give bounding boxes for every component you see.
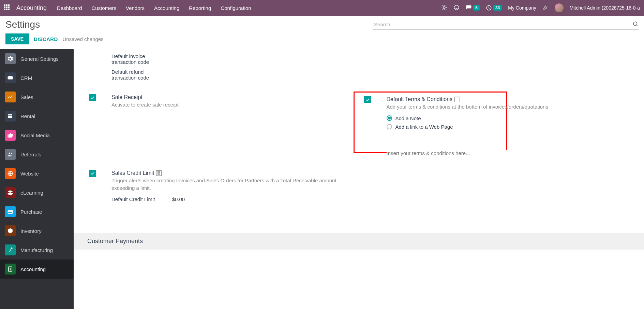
sidebar-item-purchase[interactable]: Purchase — [0, 202, 74, 221]
credit-limit-field-label: Default Credit Limit — [111, 196, 155, 202]
page-title: Settings — [5, 19, 40, 30]
sidebar-item-label: Sales — [20, 94, 33, 100]
user-avatar[interactable] — [555, 3, 564, 12]
tools-icon[interactable] — [542, 4, 549, 12]
radio-label: Add a Note — [395, 115, 421, 121]
refund-code-label: Default refund transaction code — [111, 69, 166, 81]
svg-rect-4 — [8, 114, 12, 118]
activities-button[interactable]: 33 — [486, 5, 502, 11]
terms-title: Default Terms & Conditions — [387, 96, 631, 102]
messages-badge: 5 — [473, 5, 480, 11]
svg-point-1 — [454, 5, 459, 10]
radio-label: Add a link to a Web Page — [395, 124, 453, 130]
menu-dashboard[interactable]: Dashboard — [57, 5, 82, 11]
sidebar-item-label: Inventory — [20, 228, 42, 234]
terms-checkbox[interactable] — [364, 96, 371, 103]
svg-rect-8 — [8, 210, 13, 213]
terms-text-input[interactable] — [387, 150, 631, 156]
bug-icon[interactable] — [441, 4, 447, 12]
discard-button[interactable]: DISCARD — [34, 36, 58, 42]
sidebar-item-inventory[interactable]: Inventory — [0, 221, 74, 240]
sidebar-item-label: Manufacturing — [20, 247, 53, 253]
sidebar-item-manufacturing[interactable]: Manufacturing — [0, 240, 74, 259]
sidebar-item-label: General Settings — [20, 56, 59, 62]
building-icon — [454, 97, 460, 102]
credit-limit-desc: Trigger alerts when creating Invoices an… — [111, 177, 356, 192]
sidebar-item-label: CRM — [20, 75, 32, 81]
app-brand[interactable]: Accounting — [16, 4, 47, 12]
sale-receipt-desc: Activate to create sale receipt — [111, 101, 179, 109]
sidebar-item-elearning[interactable]: eLearning — [0, 183, 74, 202]
settings-sidebar: General Settings CRM Sales Rental Social… — [0, 49, 74, 309]
menu-configuration[interactable]: Configuration — [221, 5, 251, 11]
search-icon[interactable] — [632, 21, 639, 28]
sidebar-item-crm[interactable]: CRM — [0, 68, 74, 87]
unsaved-indicator: Unsaved changes — [63, 36, 104, 42]
main-menu: Dashboard Customers Vendors Accounting R… — [57, 5, 251, 11]
apps-menu-icon[interactable] — [4, 4, 11, 11]
messages-button[interactable]: 5 — [466, 5, 480, 11]
menu-vendors[interactable]: Vendors — [126, 5, 145, 11]
sidebar-item-website[interactable]: Website — [0, 164, 74, 183]
radio-off-icon — [387, 124, 392, 129]
sidebar-item-label: Rental — [20, 113, 35, 119]
sidebar-item-rental[interactable]: Rental — [0, 107, 74, 126]
menu-reporting[interactable]: Reporting — [189, 5, 211, 11]
search-input[interactable] — [373, 19, 639, 30]
terms-option-note[interactable]: Add a Note — [387, 115, 631, 121]
building-icon — [156, 170, 162, 176]
credit-limit-value[interactable]: $0.00 — [172, 196, 185, 202]
sidebar-item-label: Referrals — [20, 152, 41, 157]
sidebar-item-label: Website — [20, 171, 39, 177]
invoice-code-label: Default invoice transaction code — [111, 53, 166, 65]
svg-point-5 — [9, 153, 11, 154]
user-name[interactable]: Mitchell Admin (20028725-16-0-a — [570, 5, 640, 11]
sidebar-item-sales[interactable]: Sales — [0, 87, 74, 107]
terms-desc: Add your terms & conditions at the botto… — [387, 103, 631, 111]
svg-point-3 — [633, 22, 637, 26]
svg-point-6 — [11, 153, 12, 154]
sale-receipt-title: Sale Receipt — [111, 94, 179, 100]
sidebar-item-social[interactable]: Social Media — [0, 126, 74, 145]
sidebar-item-label: Accounting — [20, 266, 46, 272]
credit-limit-title: Sales Credit Limit — [111, 170, 356, 176]
terms-option-link[interactable]: Add a link to a Web Page — [387, 124, 631, 130]
control-panel: Settings SAVE DISCARD Unsaved changes — [0, 16, 644, 49]
top-navbar: Accounting Dashboard Customers Vendors A… — [0, 0, 644, 16]
company-switcher[interactable]: My Company — [508, 5, 536, 11]
section-customer-payments: Customer Payments — [74, 233, 644, 250]
activities-badge: 33 — [493, 5, 502, 11]
sale-receipt-checkbox[interactable] — [89, 94, 96, 101]
sidebar-item-general[interactable]: General Settings — [0, 49, 74, 68]
credit-limit-checkbox[interactable] — [89, 170, 96, 177]
svg-point-0 — [443, 6, 445, 9]
menu-accounting[interactable]: Accounting — [154, 5, 179, 11]
radio-on-icon — [387, 115, 392, 121]
sidebar-item-referrals[interactable]: Referrals — [0, 145, 74, 164]
sidebar-item-label: Purchase — [20, 209, 42, 215]
sidebar-item-accounting[interactable]: Accounting — [0, 259, 74, 279]
save-button[interactable]: SAVE — [5, 33, 29, 44]
sidebar-item-label: eLearning — [20, 190, 43, 196]
sidebar-item-label: Social Media — [20, 132, 50, 138]
menu-customers[interactable]: Customers — [91, 5, 116, 11]
settings-content: Default invoice transaction code Default… — [74, 49, 644, 309]
support-icon[interactable] — [453, 4, 460, 12]
